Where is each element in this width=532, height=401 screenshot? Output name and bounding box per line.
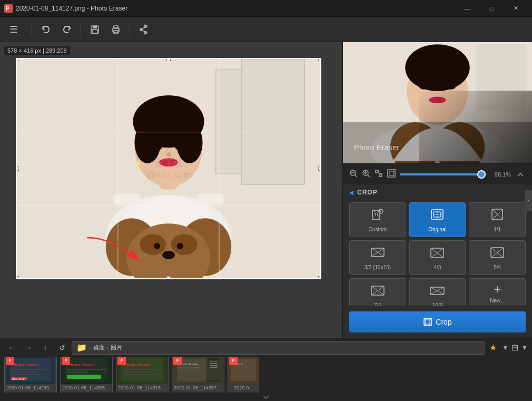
crop-handle-bl[interactable] [16,276,19,279]
toolbar-separator [32,23,32,36]
zoom-slider[interactable] [400,173,486,175]
film-thumb-1: P Photo Eraser [61,357,112,384]
folder-icon: 📁 [76,343,87,353]
nav-refresh-button[interactable]: ↺ [55,340,70,355]
film-item-4[interactable]: P Photo T... 2020-0... [228,357,259,393]
path-bar: 📁 › 桌面 › 图片 [72,341,485,355]
window-title: 2020-01-08_114127.png - Photo Eraser [16,5,455,12]
path-pictures[interactable]: 图片 [111,344,122,351]
film-item-2[interactable]: P Photo Eraser 2020-01-08_114316.png [116,357,169,393]
minimize-button[interactable]: — [455,0,479,17]
crop-handle-tm[interactable] [166,58,171,61]
ratio-16-9-button[interactable]: 16/9 [409,278,466,306]
list-view-button[interactable]: ⊟ [511,343,518,353]
svg-rect-96 [424,318,431,326]
preview-area: Photo Eraser [343,42,532,184]
path-separator-2: › [107,345,109,351]
svg-rect-4 [92,30,97,33]
close-button[interactable]: ✕ [504,0,528,17]
ratio-16-9-icon [430,283,445,300]
custom-ratio-label: Custom [369,227,387,232]
star-button[interactable]: ★ [489,343,497,353]
crop-handle-br[interactable] [318,276,321,279]
svg-rect-35 [114,194,140,204]
undo-button[interactable] [36,20,55,39]
ratio-4-3-label: 4/3 [434,265,441,270]
svg-point-20 [134,122,161,163]
menu-button[interactable]: ☰ [4,20,23,39]
nav-forward-button[interactable]: → [21,340,36,355]
crop-handle-tl[interactable] [16,58,19,61]
zoom-bar: 98.1% [343,163,532,184]
zoom-out-icon[interactable] [349,169,358,179]
zoom-in-icon[interactable] [362,169,370,179]
svg-point-31 [154,243,160,249]
ratio-3-2-icon [370,245,385,262]
ratio-1-1-icon [490,207,505,224]
svg-point-34 [136,161,140,165]
main-content: 578 × 416 px | 289:208 [0,42,532,338]
ratio-grid: Custom Original [349,202,526,306]
crop-button[interactable]: Crop [349,311,526,332]
share-button[interactable] [134,20,153,39]
svg-rect-125 [179,367,200,368]
crop-handle-tr[interactable] [318,58,321,61]
star-dropdown[interactable]: ▼ [502,344,508,351]
film-item-0[interactable]: P Photo Eraser INSTALL 2020-01-08_114239… [4,357,57,393]
zoom-slider-thumb[interactable] [477,170,486,179]
film-name-2: 2020-01-08_114316.png [116,384,168,392]
panel-expand-button[interactable]: › [525,190,532,211]
section-arrow-icon: ◀ [349,190,354,195]
film-item-3[interactable]: P Photo Eraser 2020-01-08_1 [172,357,224,393]
film-name-1: 2020-01-08_114305.png [61,384,112,392]
ratio-7-5-button[interactable]: 7/5 [349,278,406,306]
nav-up-button[interactable]: ↑ [38,340,53,355]
ratio-5-4-icon [490,245,505,262]
svg-rect-15 [242,59,304,184]
svg-rect-118 [123,369,162,370]
svg-text:Photo Eraser: Photo Eraser [354,143,399,152]
fit-icon[interactable] [375,169,383,179]
svg-text:P: P [6,6,9,12]
film-name-4: 2020-0... [228,384,259,392]
ratio-3-2-button[interactable]: 3/2 (10x15) [349,240,406,275]
ratio-new-icon: + [494,283,501,296]
zoom-slider-fill [400,173,481,175]
svg-rect-127 [179,371,197,372]
crop-handle-mr[interactable] [318,167,321,171]
ratio-5-4-button[interactable]: 5/4 [469,240,526,275]
svg-text:Photo Eraser: Photo Eraser [12,363,38,367]
svg-point-21 [176,122,203,163]
preview-image: Photo Eraser [343,42,532,163]
film-item-1[interactable]: P Photo Eraser 2020-01-08_114305.png [60,357,113,393]
ratio-1-1-button[interactable]: 1/1 [469,202,526,237]
ratio-custom-button[interactable]: Custom [349,202,406,237]
titlebar: P 2020-01-08_114127.png - Photo Eraser —… [0,0,532,17]
svg-rect-132 [210,365,218,366]
print-button[interactable] [106,20,125,39]
ratio-4-3-button[interactable]: 4/3 [409,240,466,275]
list-dropdown[interactable]: ▼ [521,344,528,351]
crop-overlay[interactable]: 安下载@nxz.com [16,58,321,279]
svg-rect-114 [67,375,101,379]
crop-section: ◀ CROP [343,184,532,306]
nav-back-button[interactable]: ← [4,340,19,355]
crop-handle-bm[interactable] [166,276,171,279]
svg-rect-61 [376,170,378,173]
maximize-button[interactable]: □ [479,0,504,17]
path-desktop[interactable]: 桌面 [93,344,105,351]
ratio-original-button[interactable]: Original [409,202,466,237]
svg-rect-120 [123,374,160,375]
actual-size-icon[interactable] [387,169,396,179]
redo-button[interactable] [57,20,76,39]
svg-line-55 [355,175,357,177]
save-button[interactable] [85,20,104,39]
ratio-new-button[interactable]: + New... [469,278,526,306]
crop-handle-ml[interactable] [16,167,19,171]
svg-rect-66 [389,171,393,175]
svg-text:INSTALL: INSTALL [12,377,25,380]
original-ratio-icon [430,207,445,224]
preview-collapse-button[interactable] [515,171,526,178]
svg-point-49 [429,96,446,103]
film-logo-1: P [62,357,70,365]
